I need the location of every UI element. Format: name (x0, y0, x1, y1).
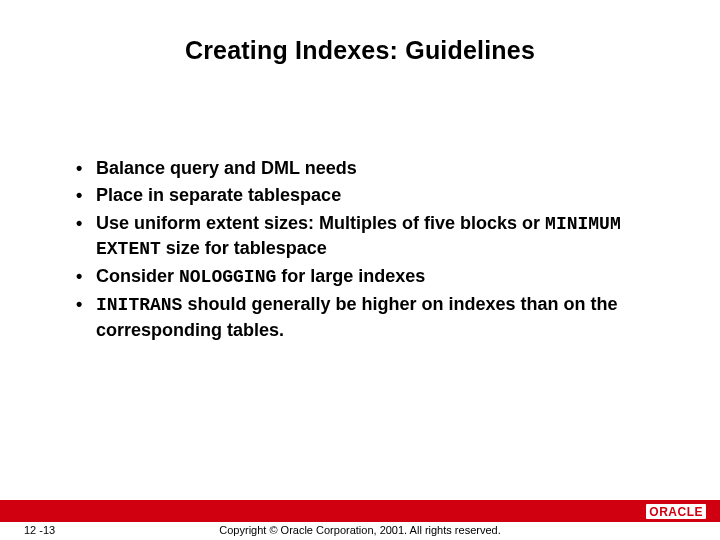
slide-title: Creating Indexes: Guidelines (0, 0, 720, 65)
oracle-logo: ORACLE (646, 502, 706, 520)
footer-bar: ORACLE (0, 500, 720, 522)
code-text: NOLOGGING (179, 267, 276, 287)
bullet-text: Use uniform extent sizes: Multiples of f… (96, 213, 545, 233)
bullet-item: INITRANS should generally be higher on i… (72, 292, 660, 342)
bullet-item: Balance query and DML needs (72, 156, 660, 180)
bullet-item: Place in separate tablespace (72, 183, 660, 207)
slide-body: Balance query and DML needs Place in sep… (72, 156, 660, 345)
bullet-item: Use uniform extent sizes: Multiples of f… (72, 211, 660, 262)
bullet-text: for large indexes (276, 266, 425, 286)
bullet-text: Place in separate tablespace (96, 185, 341, 205)
slide: Creating Indexes: Guidelines Balance que… (0, 0, 720, 540)
footer: ORACLE 12 -13 Copyright © Oracle Corpora… (0, 500, 720, 540)
code-text: INITRANS (96, 295, 182, 315)
bullet-text: Consider (96, 266, 179, 286)
oracle-logo-text: ORACLE (646, 504, 706, 519)
copyright-text: Copyright © Oracle Corporation, 2001. Al… (0, 524, 720, 536)
bullet-item: Consider NOLOGGING for large indexes (72, 264, 660, 289)
bullet-text: size for tablespace (161, 238, 327, 258)
bullet-list: Balance query and DML needs Place in sep… (72, 156, 660, 342)
bullet-text: Balance query and DML needs (96, 158, 357, 178)
